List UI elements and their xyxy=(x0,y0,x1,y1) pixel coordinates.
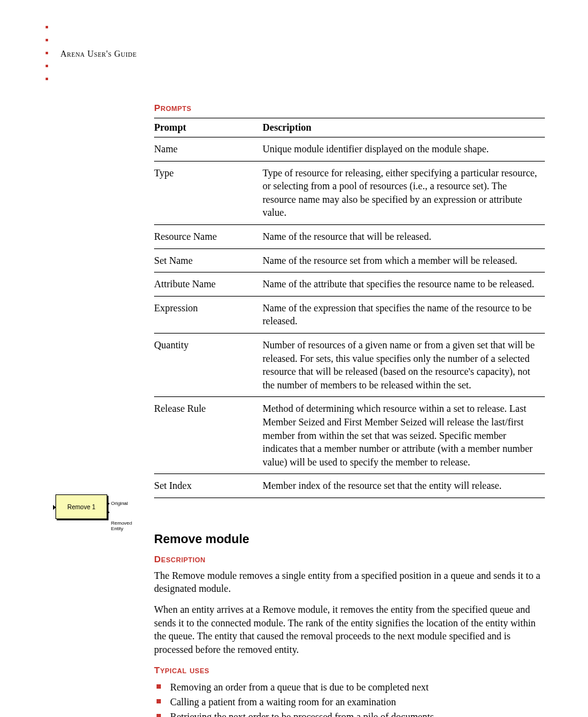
prompt-cell: Expression xyxy=(154,296,263,333)
desc-cell: Name of the resource that will be releas… xyxy=(263,224,545,248)
table-row: Set IndexMember index of the resource se… xyxy=(154,474,545,498)
section-heading-uses: Typical uses xyxy=(154,665,545,675)
description-paragraph: The Remove module removes a single entit… xyxy=(154,569,545,596)
section-heading-description: Description xyxy=(154,554,545,564)
diagram-label-removed: Removed Entity xyxy=(111,520,132,531)
prompts-table: Prompt Description NameUnique module ide… xyxy=(154,118,545,498)
table-row: QuantityNumber of resources of a given n… xyxy=(154,333,545,396)
col-header-description: Description xyxy=(263,118,545,137)
desc-cell: Unique module identifier displayed on th… xyxy=(263,137,545,162)
module-box-label: Remove 1 xyxy=(67,504,96,510)
desc-cell: Name of the resource set from which a me… xyxy=(263,248,545,272)
prompt-cell: Release Rule xyxy=(154,397,263,474)
module-title: Remove module xyxy=(154,532,545,546)
section-heading-prompts: Prompts xyxy=(154,102,545,113)
prompt-cell: Resource Name xyxy=(154,224,263,248)
list-item: Removing an order from a queue that is d… xyxy=(154,680,545,695)
description-paragraph: When an entity arrives at a Remove modul… xyxy=(154,603,545,656)
running-header: Arena User's Guide xyxy=(60,49,545,59)
table-row: NameUnique module identifier displayed o… xyxy=(154,137,545,162)
typical-uses-list: Removing an order from a queue that is d… xyxy=(154,680,545,717)
diagram-label-original: Original xyxy=(111,501,128,506)
desc-cell: Name of the expression that specifies th… xyxy=(263,296,545,333)
margin-dots xyxy=(46,26,48,91)
prompt-cell: Attribute Name xyxy=(154,272,263,297)
table-row: ExpressionName of the expression that sp… xyxy=(154,296,545,333)
prompt-cell: Set Name xyxy=(154,248,263,272)
desc-cell: Member index of the resource set that th… xyxy=(263,474,545,498)
prompt-cell: Set Index xyxy=(154,474,263,498)
table-row: Set NameName of the resource set from wh… xyxy=(154,248,545,272)
table-row: TypeType of resource for releasing, eith… xyxy=(154,161,545,224)
col-header-prompt: Prompt xyxy=(154,118,263,137)
desc-cell: Number of resources of a given name or f… xyxy=(263,333,545,396)
list-item: Calling a patient from a waiting room fo… xyxy=(154,695,545,710)
table-row: Release RuleMethod of determining which … xyxy=(154,397,545,474)
module-box: Remove 1 xyxy=(55,494,107,519)
table-row: Attribute NameName of the attribute that… xyxy=(154,272,545,297)
desc-cell: Method of determining which resource wit… xyxy=(263,397,545,474)
prompt-cell: Name xyxy=(154,137,263,162)
prompt-cell: Quantity xyxy=(154,333,263,396)
module-shape-diagram: Remove 1 Original Removed Entity xyxy=(55,494,107,519)
list-item: Retrieving the next order to be processe… xyxy=(154,710,545,717)
desc-cell: Name of the attribute that specifies the… xyxy=(263,272,545,297)
desc-cell: Type of resource for releasing, either s… xyxy=(263,161,545,224)
prompt-cell: Type xyxy=(154,161,263,224)
table-row: Resource NameName of the resource that w… xyxy=(154,224,545,248)
